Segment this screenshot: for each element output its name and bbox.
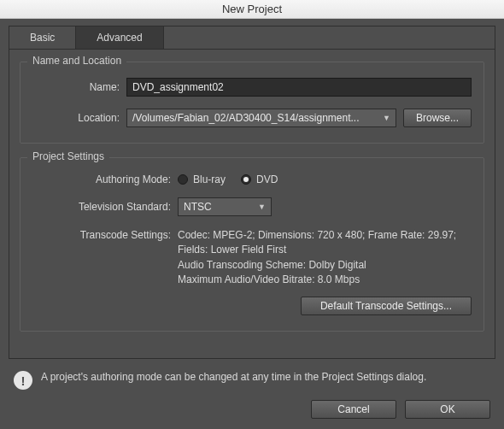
legend-project-settings: Project Settings [27,150,109,162]
name-input[interactable] [126,78,472,97]
radio-bluray-label: Blu-ray [193,173,226,185]
tv-standard-value: NTSC [184,201,212,213]
dialog-body: Basic Advanced Name and Location Name: L… [0,19,504,429]
chevron-down-icon: ▼ [383,114,390,122]
tab-basic[interactable]: Basic [9,26,76,49]
dialog-footer: Cancel OK [9,390,495,422]
tv-standard-dropdown[interactable]: NTSC ▼ [178,197,272,216]
radio-bluray[interactable]: Blu-ray [178,173,226,185]
info-icon: ! [14,371,32,390]
authoring-radio-group: Blu-ray DVD [178,173,278,185]
row-tv-standard: Television Standard: NTSC ▼ [32,197,472,216]
location-value: /Volumes/Fabian_02/AD30400_S14/assignmen… [132,112,360,124]
transcode-line: Audio Transcoding Scheme: Dolby Digital [178,258,472,273]
location-dropdown[interactable]: /Volumes/Fabian_02/AD30400_S14/assignmen… [126,109,396,127]
transcode-info: Codec: MPEG-2; Dimensions: 720 x 480; Fr… [178,228,472,288]
cancel-button[interactable]: Cancel [311,400,396,419]
chevron-down-icon: ▼ [258,203,266,211]
legend-name-location: Name and Location [27,55,126,67]
row-name: Name: [32,78,472,97]
radio-icon [241,174,251,185]
ok-button[interactable]: OK [405,400,490,419]
transcode-line: Fields: Lower Field First [178,243,472,257]
tab-advanced[interactable]: Advanced [76,26,163,49]
default-transcode-button[interactable]: Default Transcode Settings... [301,297,472,315]
window-title: New Project [222,3,282,15]
row-transcode: Transcode Settings: Codec: MPEG-2; Dimen… [32,228,472,288]
fieldset-name-location: Name and Location Name: Location: /Volum… [20,62,484,144]
transcode-line: Maximum Audio/Video Bitrate: 8.0 Mbps [178,273,472,287]
label-location: Location: [32,112,126,124]
new-project-dialog: New Project Basic Advanced Name and Loca… [0,0,504,429]
tab-bar: Basic Advanced [9,26,495,49]
label-transcode: Transcode Settings: [32,228,178,288]
notice-bar: ! A project's authoring mode can be chan… [9,359,495,390]
window-titlebar: New Project [0,0,504,19]
row-default-transcode: Default Transcode Settings... [32,297,472,315]
transcode-line: Codec: MPEG-2; Dimensions: 720 x 480; Fr… [178,228,472,243]
radio-dvd-label: DVD [256,173,278,185]
notice-text: A project's authoring mode can be change… [41,371,426,383]
label-name: Name: [32,81,126,93]
label-authoring: Authoring Mode: [32,173,178,185]
radio-dvd[interactable]: DVD [241,173,278,185]
fieldset-project-settings: Project Settings Authoring Mode: Blu-ray… [20,157,484,332]
row-location: Location: /Volumes/Fabian_02/AD30400_S14… [32,109,472,127]
row-authoring: Authoring Mode: Blu-ray DVD [32,173,472,185]
label-tv-standard: Television Standard: [32,201,178,213]
browse-button[interactable]: Browse... [403,109,472,127]
tab-panel-basic: Name and Location Name: Location: /Volum… [9,49,495,359]
radio-icon [178,174,188,185]
